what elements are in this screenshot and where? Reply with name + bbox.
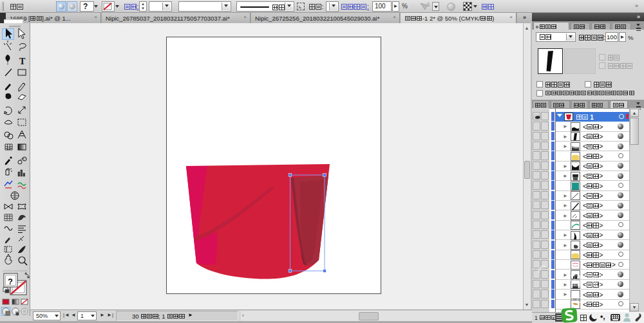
svg-text:T: T — [19, 57, 26, 66]
svg-text:?: ? — [8, 277, 13, 286]
